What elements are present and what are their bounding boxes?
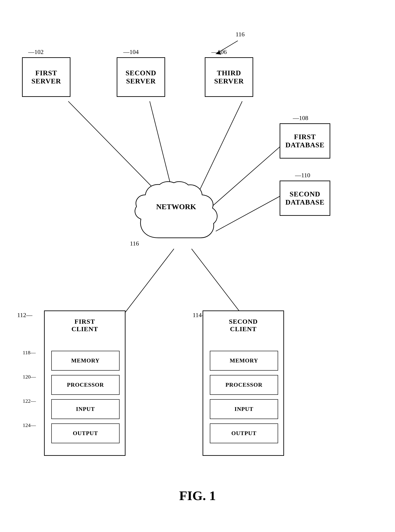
diagram: 116 —102 FIRSTSERVER —104 SECONDSERVER —… (0, 0, 395, 532)
first-client-output: OUTPUT (51, 423, 120, 443)
second-database-box: SECONDDATABASE (280, 181, 330, 216)
ref-122: 122— (23, 398, 36, 404)
second-client-outer: SECONDCLIENT MEMORY PROCESSOR INPUT OUTP… (203, 311, 284, 456)
svg-line-6 (192, 249, 242, 315)
fig-label: FIG. 1 (0, 488, 395, 503)
second-client-output-label: OUTPUT (231, 430, 257, 437)
first-client-memory-label: MEMORY (71, 357, 99, 364)
svg-line-5 (123, 249, 174, 315)
ref-106: —106 (211, 49, 227, 55)
second-client-input-label: INPUT (235, 406, 253, 412)
network-label: NETWORK (132, 203, 220, 211)
ref-112: 112— (17, 312, 32, 319)
first-client-memory: MEMORY (51, 351, 120, 371)
svg-line-4 (216, 192, 288, 231)
first-server-label: FIRSTSERVER (32, 69, 61, 85)
third-server-label: THIRDSERVER (214, 69, 244, 85)
first-client-outer: FIRSTCLIENT 118— MEMORY 120— PROCESSOR 1… (44, 311, 126, 456)
first-server-box: FIRSTSERVER (22, 57, 71, 97)
first-client-processor: PROCESSOR (51, 375, 120, 395)
ref-110: —110 (295, 172, 310, 179)
third-server-box: THIRDSERVER (205, 57, 253, 97)
ref-118: 118— (23, 350, 36, 356)
first-database-label: FIRSTDATABASE (285, 133, 324, 149)
second-client-memory-label: MEMORY (230, 357, 258, 364)
first-client-processor-label: PROCESSOR (67, 382, 104, 388)
ref-100: 116 (236, 31, 245, 38)
second-client-output: OUTPUT (210, 423, 278, 443)
ref-104: —104 (123, 49, 139, 55)
second-client-title: SECONDCLIENT (203, 318, 283, 333)
second-server-box: SECONDSERVER (117, 57, 165, 97)
first-client-input-label: INPUT (76, 406, 95, 412)
second-client-memory: MEMORY (210, 351, 278, 371)
ref-120: 120— (23, 374, 36, 380)
ref-124: 124— (23, 422, 36, 428)
cloud-svg (132, 181, 220, 251)
ref-116: 116 (130, 240, 139, 247)
second-database-label: SECONDDATABASE (285, 190, 324, 206)
first-client-output-label: OUTPUT (73, 430, 98, 437)
network-cloud: NETWORK (132, 181, 220, 251)
second-server-label: SECONDSERVER (126, 69, 156, 85)
first-client-title: FIRSTCLIENT (45, 318, 125, 333)
svg-line-3 (211, 143, 284, 207)
first-client-input: INPUT (51, 399, 120, 419)
ref-102: —102 (28, 49, 44, 55)
second-client-processor-label: PROCESSOR (225, 382, 263, 388)
ref-108: —108 (293, 115, 308, 121)
first-database-box: FIRSTDATABASE (280, 123, 330, 159)
second-client-processor: PROCESSOR (210, 375, 278, 395)
second-client-input: INPUT (210, 399, 278, 419)
